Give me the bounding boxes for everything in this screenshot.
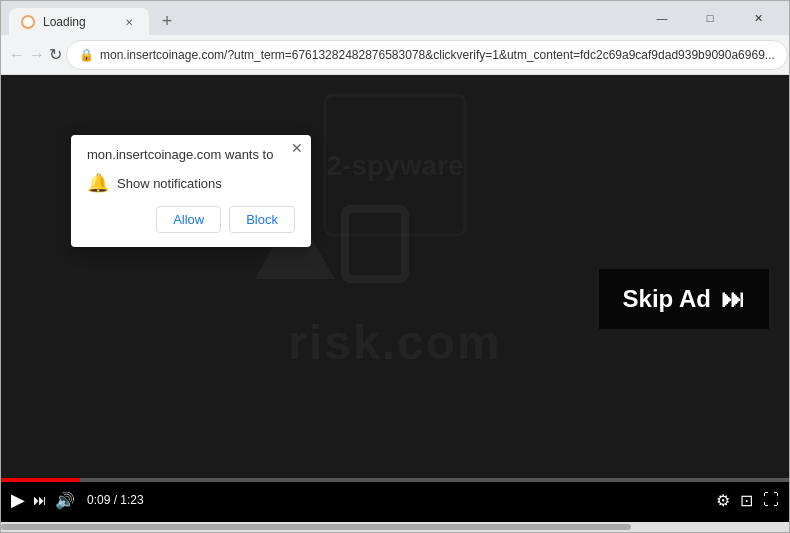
fullscreen-button[interactable]: ⛶ <box>763 491 779 509</box>
progress-bar[interactable] <box>1 478 789 482</box>
popup-actions: Allow Block <box>87 206 295 233</box>
tab-bar: Loading ✕ + <box>9 1 639 35</box>
forward-button[interactable]: → <box>29 39 45 71</box>
scrollbar-area <box>1 522 789 532</box>
popup-close-button[interactable]: ✕ <box>291 141 303 155</box>
address-bar[interactable]: 🔒 mon.insertcoinage.com/?utm_term=676132… <box>66 40 788 70</box>
minimize-button[interactable]: — <box>639 1 685 35</box>
nav-bar: ← → ↻ 🔒 mon.insertcoinage.com/?utm_term=… <box>1 35 789 75</box>
popup-notification-row: 🔔 Show notifications <box>87 172 295 194</box>
lock-icon: 🔒 <box>79 48 94 62</box>
tab-title: Loading <box>43 15 113 29</box>
back-button[interactable]: ← <box>9 39 25 71</box>
next-button[interactable]: ⏭ <box>33 492 47 508</box>
settings-button[interactable]: ⚙ <box>716 491 730 510</box>
scrollbar-thumb[interactable] <box>1 524 631 530</box>
skip-ad-icon: ⏭ <box>721 285 745 313</box>
controls-right: ⚙ ⊡ ⛶ <box>716 491 779 510</box>
reload-button[interactable]: ↻ <box>49 39 62 71</box>
page-content: 2-spyware risk.com ✕ mon.insertcoinage.c… <box>1 75 789 522</box>
time-display: 0:09 / 1:23 <box>87 493 144 507</box>
maximize-button[interactable]: □ <box>687 1 733 35</box>
block-button[interactable]: Block <box>229 206 295 233</box>
window-controls: — □ ✕ <box>639 1 781 35</box>
play-button[interactable]: ▶ <box>11 489 25 511</box>
browser-window: Loading ✕ + — □ ✕ ← → ↻ 🔒 mon.insertcoin… <box>0 0 790 533</box>
notification-popup: ✕ mon.insertcoinage.com wants to 🔔 Show … <box>71 135 311 247</box>
popup-title: mon.insertcoinage.com wants to <box>87 147 295 162</box>
volume-button[interactable]: 🔊 <box>55 491 75 510</box>
tab-close-button[interactable]: ✕ <box>121 14 137 30</box>
progress-fill <box>1 478 80 482</box>
title-bar: Loading ✕ + — □ ✕ <box>1 1 789 35</box>
tab-favicon <box>21 15 35 29</box>
address-text: mon.insertcoinage.com/?utm_term=67613282… <box>100 48 775 62</box>
svg-text:risk.com: risk.com <box>288 316 501 369</box>
miniplayer-button[interactable]: ⊡ <box>740 491 753 510</box>
close-button[interactable]: ✕ <box>735 1 781 35</box>
skip-ad-label: Skip Ad <box>623 285 711 313</box>
bell-icon: 🔔 <box>87 172 109 194</box>
video-controls: ▶ ⏭ 🔊 0:09 / 1:23 ⚙ ⊡ ⛶ <box>1 478 789 522</box>
popup-notification-label: Show notifications <box>117 176 222 191</box>
new-tab-button[interactable]: + <box>153 7 181 35</box>
svg-rect-5 <box>345 209 405 279</box>
skip-ad-button[interactable]: Skip Ad ⏭ <box>599 269 769 329</box>
allow-button[interactable]: Allow <box>156 206 221 233</box>
browser-tab[interactable]: Loading ✕ <box>9 8 149 36</box>
